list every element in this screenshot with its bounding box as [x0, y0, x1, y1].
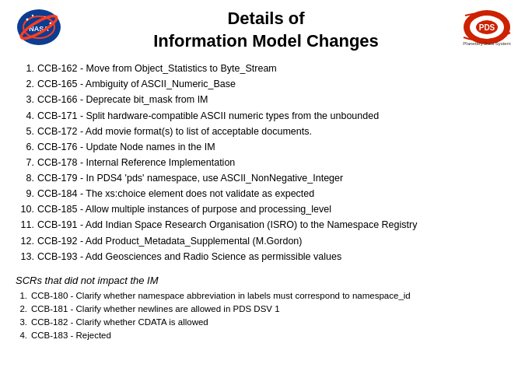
svg-point-3	[32, 15, 33, 16]
item-number: 13.	[16, 250, 37, 264]
list-item: 6.CCB-176 - Update Node names in the IM	[16, 140, 516, 154]
pds-logo: PDS Planetary Data System	[454, 8, 516, 51]
scr-item-number: 4.	[16, 329, 31, 341]
list-item: 12.CCB-192 - Add Product_Metadata_Supple…	[16, 234, 516, 248]
list-item: 10.CCB-185 - Allow multiple instances of…	[16, 202, 516, 216]
scr-list: 1.CCB-180 - Clarify whether namespace ab…	[16, 289, 516, 341]
item-number: 9.	[16, 187, 37, 201]
item-text: CCB-192 - Add Product_Metadata_Supplemen…	[37, 234, 516, 248]
item-text: CCB-193 - Add Geosciences and Radio Scie…	[37, 250, 516, 264]
page: NASA Details of Information Model Change…	[0, 0, 532, 392]
item-number: 11.	[16, 218, 37, 232]
item-text: CCB-162 - Move from Object_Statistics to…	[37, 61, 516, 75]
list-item: 13.CCB-193 - Add Geosciences and Radio S…	[16, 250, 516, 264]
item-text: CCB-184 - The xs:choice element does not…	[37, 187, 516, 201]
scr-list-item: 3.CCB-182 - Clarify whether CDATA is all…	[16, 316, 516, 328]
list-item: 2.CCB-165 - Ambiguity of ASCII_Numeric_B…	[16, 77, 516, 91]
item-text: CCB-178 - Internal Reference Implementat…	[37, 156, 516, 170]
scr-item-text: CCB-182 - Clarify whether CDATA is allow…	[31, 316, 208, 328]
scr-item-number: 3.	[16, 316, 31, 328]
item-text: CCB-165 - Ambiguity of ASCII_Numeric_Bas…	[37, 77, 516, 91]
item-text: CCB-191 - Add Indian Space Research Orga…	[37, 218, 516, 232]
list-item: 3.CCB-166 - Deprecate bit_mask from IM	[16, 93, 516, 107]
item-number: 3.	[16, 93, 37, 107]
item-text: CCB-179 - In PDS4 'pds' namespace, use A…	[37, 171, 516, 185]
svg-text:Planetary Data System: Planetary Data System	[463, 41, 510, 46]
item-text: CCB-172 - Add movie format(s) to list of…	[37, 124, 516, 138]
main-list: 1.CCB-162 - Move from Object_Statistics …	[16, 61, 516, 264]
list-item: 11.CCB-191 - Add Indian Space Research O…	[16, 218, 516, 232]
scr-list-item: 2.CCB-181 - Clarify whether newlines are…	[16, 303, 516, 315]
svg-point-2	[26, 19, 29, 21]
list-item: 7.CCB-178 - Internal Reference Implement…	[16, 156, 516, 170]
scr-list-item: 1.CCB-180 - Clarify whether namespace ab…	[16, 289, 516, 302]
header: NASA Details of Information Model Change…	[16, 8, 516, 52]
scr-section-title: SCRs that did not impact the IM	[16, 275, 516, 286]
title-block: Details of Information Model Changes	[153, 8, 379, 52]
item-text: CCB-171 - Split hardware-compatible ASCI…	[37, 109, 516, 123]
item-number: 12.	[16, 234, 37, 248]
scr-item-text: CCB-180 - Clarify whether namespace abbr…	[31, 289, 411, 302]
list-item: 1.CCB-162 - Move from Object_Statistics …	[16, 61, 516, 75]
item-number: 1.	[16, 61, 37, 75]
item-number: 2.	[16, 77, 37, 91]
svg-text:PDS: PDS	[479, 23, 495, 32]
scr-item-number: 1.	[16, 289, 31, 302]
scr-item-number: 2.	[16, 303, 31, 315]
page-title: Details of Information Model Changes	[153, 8, 379, 52]
item-number: 7.	[16, 156, 37, 170]
item-number: 6.	[16, 140, 37, 154]
item-text: CCB-185 - Allow multiple instances of pu…	[37, 202, 516, 216]
scr-section: SCRs that did not impact the IM 1.CCB-18…	[16, 275, 516, 341]
list-item: 8.CCB-179 - In PDS4 'pds' namespace, use…	[16, 171, 516, 185]
item-number: 8.	[16, 171, 37, 185]
item-text: CCB-166 - Deprecate bit_mask from IM	[37, 93, 516, 107]
list-item: 5.CCB-172 - Add movie format(s) to list …	[16, 124, 516, 138]
item-number: 10.	[16, 202, 37, 216]
scr-item-text: CCB-181 - Clarify whether newlines are a…	[31, 303, 280, 315]
item-text: CCB-176 - Update Node names in the IM	[37, 140, 516, 154]
list-item: 9.CCB-184 - The xs:choice element does n…	[16, 187, 516, 201]
list-item: 4.CCB-171 - Split hardware-compatible AS…	[16, 109, 516, 123]
item-number: 5.	[16, 124, 37, 138]
scr-list-item: 4.CCB-183 - Rejected	[16, 329, 516, 341]
scr-item-text: CCB-183 - Rejected	[31, 329, 111, 341]
item-number: 4.	[16, 109, 37, 123]
nasa-logo: NASA	[16, 8, 62, 47]
